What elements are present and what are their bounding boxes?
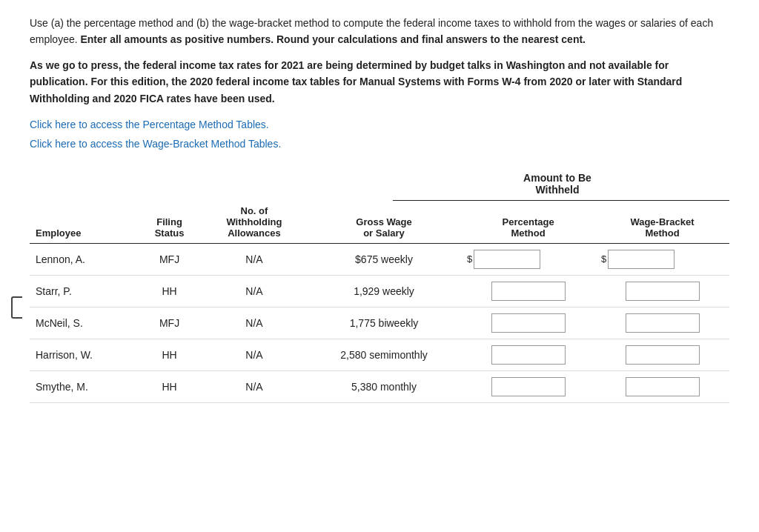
employee-name-cell: Lennon, A. <box>30 243 137 275</box>
table-header-row: Employee FilingStatus No. ofWithholdingA… <box>30 201 729 244</box>
filing-status-cell: MFJ <box>137 243 202 275</box>
table-row: McNeil, S.MFJN/A1,775 biweekly <box>30 307 729 339</box>
employee-name-cell: McNeil, S. <box>30 307 137 339</box>
wage-bracket-method-cell: $ <box>595 243 729 275</box>
col-header-percentage-method: PercentageMethod <box>461 201 595 244</box>
percentage-method-input-2[interactable] <box>491 313 566 333</box>
wage-bracket-method-cell <box>595 275 729 307</box>
filing-status-cell: HH <box>137 275 202 307</box>
intro-section: Use (a) the percentage method and (b) th… <box>30 15 729 107</box>
dollar-sign-percentage: $ <box>467 253 472 265</box>
gross-wage-cell: 5,380 monthly <box>307 370 461 402</box>
dollar-sign-wagebracket: $ <box>601 253 606 265</box>
percentage-method-input-1[interactable] <box>491 282 566 301</box>
wage-bracket-link[interactable]: Click here to access the Wage-Bracket Me… <box>30 138 729 150</box>
col-header-filing-status: FilingStatus <box>137 201 202 244</box>
table-row: Lennon, A.MFJN/A$675 weekly$$ <box>30 243 729 275</box>
filing-status-cell: HH <box>137 339 202 370</box>
allowances-cell: N/A <box>202 243 307 275</box>
col-header-withholding-allowances: No. ofWithholdingAllowances <box>202 201 307 244</box>
table-row: Harrison, W.HHN/A2,580 semimonthly <box>30 339 729 370</box>
table-row: Starr, P.HHN/A1,929 weekly <box>30 275 729 307</box>
employee-name-cell: Starr, P. <box>30 275 137 307</box>
allowances-cell: N/A <box>202 307 307 339</box>
allowances-cell: N/A <box>202 370 307 402</box>
gross-wage-cell: $675 weekly <box>307 243 461 275</box>
percentage-method-input-3[interactable] <box>491 345 566 365</box>
filing-status-cell: MFJ <box>137 307 202 339</box>
gross-wage-cell: 2,580 semimonthly <box>307 339 461 370</box>
percentage-method-cell <box>461 307 595 339</box>
wage-bracket-method-cell <box>595 307 729 339</box>
paragraph1: Use (a) the percentage method and (b) th… <box>30 15 729 48</box>
wage-bracket-method-input-1[interactable] <box>626 282 700 301</box>
wage-bracket-method-input-4[interactable] <box>626 377 700 396</box>
percentage-method-cell <box>461 275 595 307</box>
wage-bracket-method-cell <box>595 339 729 370</box>
employee-table: Employee FilingStatus No. ofWithholdingA… <box>30 201 729 403</box>
col-header-employee: Employee <box>30 201 137 244</box>
percentage-method-cell <box>461 339 595 370</box>
gross-wage-cell: 1,929 weekly <box>307 275 461 307</box>
wage-bracket-method-cell <box>595 370 729 402</box>
employee-name-cell: Harrison, W. <box>30 339 137 370</box>
percentage-method-link[interactable]: Click here to access the Percentage Meth… <box>30 119 729 130</box>
percentage-method-cell <box>461 370 595 402</box>
allowances-cell: N/A <box>202 339 307 370</box>
percentage-method-cell: $ <box>461 243 595 275</box>
percentage-method-input-0[interactable] <box>474 250 540 269</box>
paragraph2: As we go to press, the federal income ta… <box>30 57 729 107</box>
left-bracket <box>11 296 22 319</box>
employee-name-cell: Smythe, M. <box>30 370 137 402</box>
table-section: Amount to Be Withheld Employee FilingSta… <box>30 172 729 403</box>
table-row: Smythe, M.HHN/A5,380 monthly <box>30 370 729 402</box>
gross-wage-cell: 1,775 biweekly <box>307 307 461 339</box>
wage-bracket-method-input-2[interactable] <box>626 313 700 333</box>
wage-bracket-method-input-3[interactable] <box>626 345 700 365</box>
col-header-wage-bracket-method: Wage-BracketMethod <box>595 201 729 244</box>
col-header-gross-wage: Gross Wageor Salary <box>307 201 461 244</box>
allowances-cell: N/A <box>202 275 307 307</box>
wage-bracket-method-input-0[interactable] <box>608 250 675 269</box>
filing-status-cell: HH <box>137 370 202 402</box>
percentage-method-input-4[interactable] <box>491 377 566 396</box>
amount-to-be-withheld-header: Amount to Be Withheld <box>385 172 729 196</box>
